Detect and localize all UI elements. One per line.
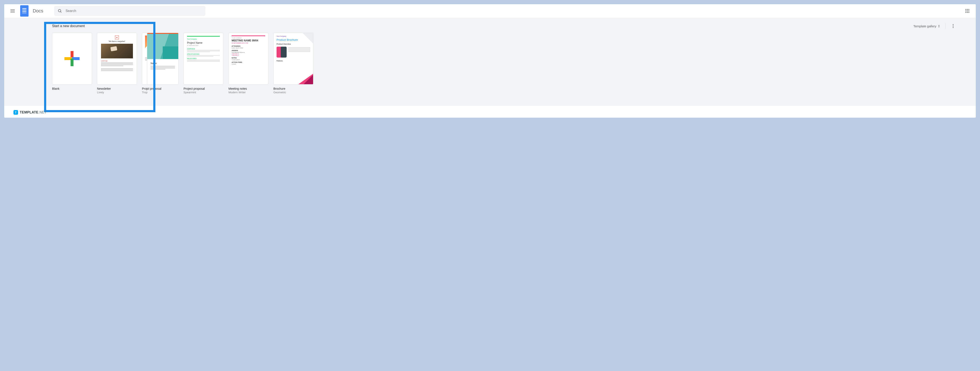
gallery-controls: Template gallery ▴▾ xyxy=(911,22,957,30)
section-header: Start a new document Template gallery ▴▾ xyxy=(50,22,959,32)
thumb-heading: Product Brochure xyxy=(277,38,310,41)
thumb-subheading: Product Overview xyxy=(277,43,310,45)
docs-logo-icon[interactable] xyxy=(20,5,29,17)
template-proposal-tropic-thumb: Name xyxy=(147,33,178,84)
thumb-heading: Name xyxy=(151,62,175,64)
template-section: Start a new document Template gallery ▴▾ xyxy=(4,18,976,106)
apps-grid-icon xyxy=(966,9,969,13)
search-input[interactable] xyxy=(65,9,202,13)
svg-line-1 xyxy=(60,11,61,13)
phone-mockup-icon xyxy=(277,47,286,57)
thumb-heading: MEETING NAME 09/04 xyxy=(232,39,265,42)
template-sublabel: Spearmint xyxy=(183,91,223,94)
search-icon xyxy=(57,9,62,13)
plus-multicolor-icon xyxy=(64,51,80,66)
watermark-suffix: .NET xyxy=(38,110,46,114)
app-title: Docs xyxy=(33,8,43,14)
template-label: Project proposal xyxy=(183,87,223,90)
watermark-badge-icon: T xyxy=(13,110,18,115)
google-apps-button[interactable] xyxy=(963,6,972,16)
template-sublabel: Geometric xyxy=(274,91,313,94)
template-label: Newsletter xyxy=(97,87,137,90)
template-label: Brochure xyxy=(274,87,313,90)
more-vert-icon xyxy=(953,24,953,28)
template-proposal-spearmint-thumb: Your Company Project Name 07 September 2… xyxy=(183,33,223,84)
template-brochure[interactable]: Your Company Product Brochure Product Ov… xyxy=(274,33,313,94)
expand-icon: ▴▾ xyxy=(939,24,939,28)
template-label: Meeting notes xyxy=(229,87,268,90)
watermark: T TEMPLATE.NET xyxy=(13,110,46,115)
section-title: Start a new document xyxy=(52,24,85,28)
main-menu-button[interactable] xyxy=(8,6,18,16)
template-label: Blank xyxy=(52,87,92,90)
template-newsletter[interactable]: ♥ We have a surprise! Lorem Ips Newslett… xyxy=(97,33,137,94)
watermark-brand: TEMPLATE xyxy=(20,110,38,114)
thumb-heading: Project Name xyxy=(187,41,220,44)
template-label: ct proposal xyxy=(147,87,178,90)
template-proposal-tropic[interactable]: Name ct proposal xyxy=(147,33,178,94)
search-bar[interactable] xyxy=(54,6,205,16)
template-gallery-label: Template gallery xyxy=(913,24,936,28)
template-row: Blank ♥ We have a surprise! Lorem Ips Ne… xyxy=(50,33,959,94)
template-sublabel: Modern Writer xyxy=(229,91,268,94)
template-meeting-notes-thumb: Your Company MEETING NAME 09/04 04 SEPTE… xyxy=(229,33,268,84)
thumb-heading: We have a surprise! xyxy=(101,40,133,43)
template-sublabel: Lively xyxy=(97,91,137,94)
template-brochure-thumb: Your Company Product Brochure Product Ov… xyxy=(274,33,313,84)
template-blank-thumb xyxy=(52,33,92,84)
template-newsletter-thumb: ♥ We have a surprise! Lorem Ips xyxy=(97,33,137,84)
hamburger-icon xyxy=(11,10,15,13)
more-options-button[interactable] xyxy=(949,22,957,30)
template-meeting-notes[interactable]: Your Company MEETING NAME 09/04 04 SEPTE… xyxy=(229,33,268,94)
template-proposal-spearmint[interactable]: Your Company Project Name 07 September 2… xyxy=(183,33,223,94)
template-gallery-button[interactable]: Template gallery ▴▾ xyxy=(911,23,942,30)
header-bar: Docs xyxy=(4,4,976,18)
app-frame: Docs Start a new document Template galle… xyxy=(4,4,976,118)
template-blank[interactable]: Blank xyxy=(52,33,92,94)
heart-icon: ♥ xyxy=(115,35,119,39)
svg-point-0 xyxy=(58,10,61,12)
